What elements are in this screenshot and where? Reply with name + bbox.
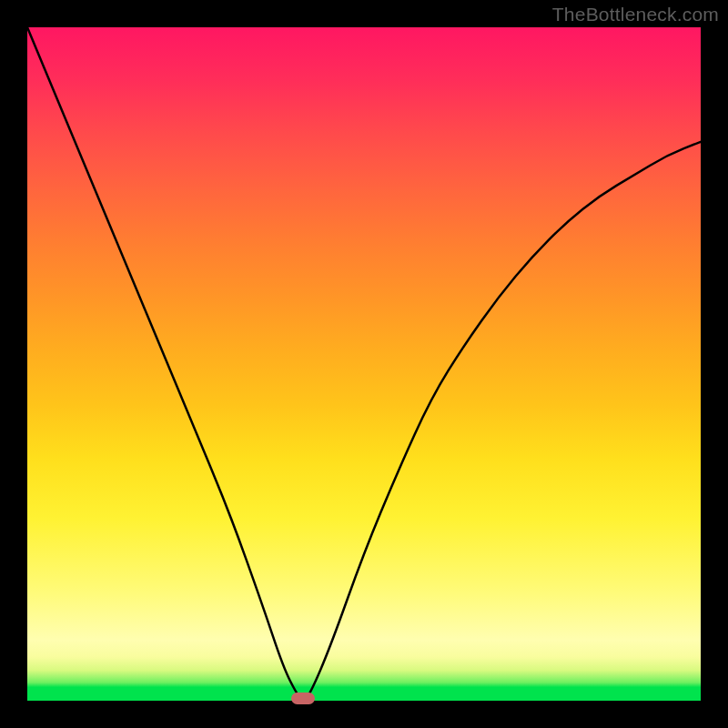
bottleneck-curve (27, 27, 701, 701)
optimum-marker (291, 693, 315, 704)
watermark-text: TheBottleneck.com (552, 4, 719, 25)
chart-frame: TheBottleneck.com (0, 0, 728, 728)
